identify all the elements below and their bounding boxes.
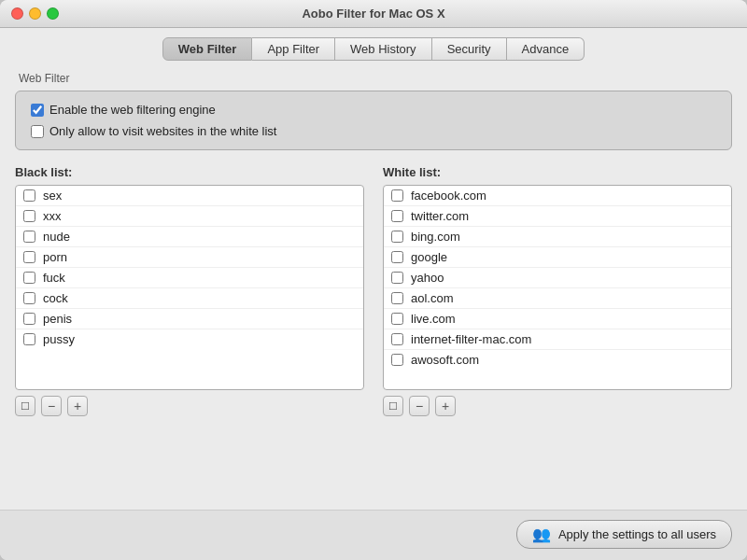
list-item-checkbox[interactable] xyxy=(23,272,35,284)
list-item-checkbox[interactable] xyxy=(23,231,35,243)
footer: 👥 Apply the settings to all users xyxy=(0,510,747,560)
white-list-remove-button[interactable]: − xyxy=(409,396,430,416)
list-item: sex xyxy=(16,186,363,206)
list-item-text: cock xyxy=(43,291,68,305)
lists-container: Black list: sexxxxnudepornfuckcockpenisp… xyxy=(15,165,732,495)
users-icon: 👥 xyxy=(532,525,551,543)
main-window: Aobo Filter for Mac OS X Web Filter App … xyxy=(0,0,747,560)
list-item-text: google xyxy=(411,250,447,264)
titlebar: Aobo Filter for Mac OS X xyxy=(0,0,747,28)
list-item-text: aol.com xyxy=(411,291,454,305)
section-label: Web Filter xyxy=(19,72,732,85)
list-item-checkbox[interactable] xyxy=(391,231,403,243)
enable-filter-checkbox[interactable] xyxy=(31,104,44,117)
list-item-text: pussy xyxy=(43,332,75,346)
only-whitelist-label: Only allow to visit websites in the whit… xyxy=(49,124,276,138)
list-item-text: yahoo xyxy=(411,271,444,285)
tab-web-filter[interactable]: Web Filter xyxy=(162,37,253,61)
white-list-add-button[interactable]: + xyxy=(435,396,456,416)
list-item-checkbox[interactable] xyxy=(391,251,403,263)
black-list-controls: ☐ − + xyxy=(15,396,364,416)
white-list-section: White list: facebook.comtwitter.combing.… xyxy=(383,165,732,495)
list-item: nude xyxy=(16,227,363,247)
window-buttons xyxy=(11,7,59,20)
black-list-title: Black list: xyxy=(15,165,364,179)
list-item-checkbox[interactable] xyxy=(23,189,35,202)
filter-options-box: Enable the web filtering engine Only all… xyxy=(15,91,732,150)
list-item: facebook.com xyxy=(384,186,731,206)
close-button[interactable] xyxy=(11,7,23,20)
list-item-checkbox[interactable] xyxy=(23,313,35,325)
list-item: awosoft.com xyxy=(384,350,731,370)
list-item: aol.com xyxy=(384,288,731,309)
list-item-text: penis xyxy=(43,312,72,326)
minimize-button[interactable] xyxy=(29,7,41,20)
list-item-checkbox[interactable] xyxy=(391,354,403,366)
apply-label: Apply the settings to all users xyxy=(558,527,716,541)
black-list-box[interactable]: sexxxxnudepornfuckcockpenispussy xyxy=(15,185,364,390)
maximize-button[interactable] xyxy=(47,7,59,20)
list-item-text: porn xyxy=(43,250,67,264)
white-list-controls: ☐ − + xyxy=(383,396,732,416)
list-item-text: nude xyxy=(43,230,70,244)
tab-advance[interactable]: Advance xyxy=(507,37,585,61)
only-whitelist-row: Only allow to visit websites in the whit… xyxy=(31,124,716,138)
list-item-checkbox[interactable] xyxy=(391,313,403,325)
black-list-add-button[interactable]: + xyxy=(67,396,88,416)
list-item-text: live.com xyxy=(411,312,456,326)
list-item-checkbox[interactable] xyxy=(391,272,403,284)
list-item-checkbox[interactable] xyxy=(391,292,403,304)
list-item: live.com xyxy=(384,309,731,329)
black-list-section: Black list: sexxxxnudepornfuckcockpenisp… xyxy=(15,165,364,495)
list-item-checkbox[interactable] xyxy=(23,292,35,304)
white-list-check-button[interactable]: ☐ xyxy=(383,396,403,416)
white-list-title: White list: xyxy=(383,165,732,179)
list-item: xxx xyxy=(16,206,363,227)
content-area: Web Filter App Filter Web History Securi… xyxy=(0,28,747,510)
black-list-remove-button[interactable]: − xyxy=(41,396,62,416)
list-item: porn xyxy=(16,247,363,268)
enable-filter-label: Enable the web filtering engine xyxy=(49,103,216,117)
list-item: internet-filter-mac.com xyxy=(384,329,731,350)
list-item-text: sex xyxy=(43,189,62,203)
list-item-checkbox[interactable] xyxy=(23,251,35,263)
list-item-text: xxx xyxy=(43,209,62,223)
tab-app-filter[interactable]: App Filter xyxy=(252,37,335,61)
list-item: fuck xyxy=(16,268,363,288)
list-item: google xyxy=(384,247,731,268)
list-item-checkbox[interactable] xyxy=(391,210,403,222)
window-title: Aobo Filter for Mac OS X xyxy=(302,7,444,21)
list-item: yahoo xyxy=(384,268,731,288)
list-item: penis xyxy=(16,309,363,329)
list-item-checkbox[interactable] xyxy=(23,210,35,222)
list-item-checkbox[interactable] xyxy=(391,333,403,345)
only-whitelist-checkbox[interactable] xyxy=(31,125,44,138)
enable-filter-row: Enable the web filtering engine xyxy=(31,103,716,117)
list-item-checkbox[interactable] xyxy=(23,333,35,345)
tab-security[interactable]: Security xyxy=(432,37,507,61)
list-item: bing.com xyxy=(384,227,731,247)
list-item-text: fuck xyxy=(43,271,65,285)
list-item-text: facebook.com xyxy=(411,189,486,203)
white-list-box[interactable]: facebook.comtwitter.combing.comgoogleyah… xyxy=(383,185,732,390)
tab-web-history[interactable]: Web History xyxy=(335,37,432,61)
list-item-checkbox[interactable] xyxy=(391,189,403,202)
list-item-text: internet-filter-mac.com xyxy=(411,332,531,346)
apply-button[interactable]: 👥 Apply the settings to all users xyxy=(516,520,732,549)
list-item: pussy xyxy=(16,329,363,349)
list-item-text: awosoft.com xyxy=(411,353,479,367)
list-item: cock xyxy=(16,288,363,309)
black-list-check-button[interactable]: ☐ xyxy=(15,396,35,416)
tab-bar: Web Filter App Filter Web History Securi… xyxy=(15,37,732,61)
list-item-text: twitter.com xyxy=(411,209,469,223)
list-item-text: bing.com xyxy=(411,230,460,244)
list-item: twitter.com xyxy=(384,206,731,227)
